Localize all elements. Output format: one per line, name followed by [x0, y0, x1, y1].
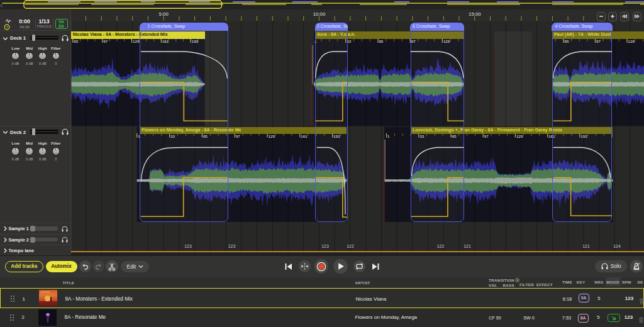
svg-text:MONSTERS: MONSTERS [41, 291, 50, 294]
